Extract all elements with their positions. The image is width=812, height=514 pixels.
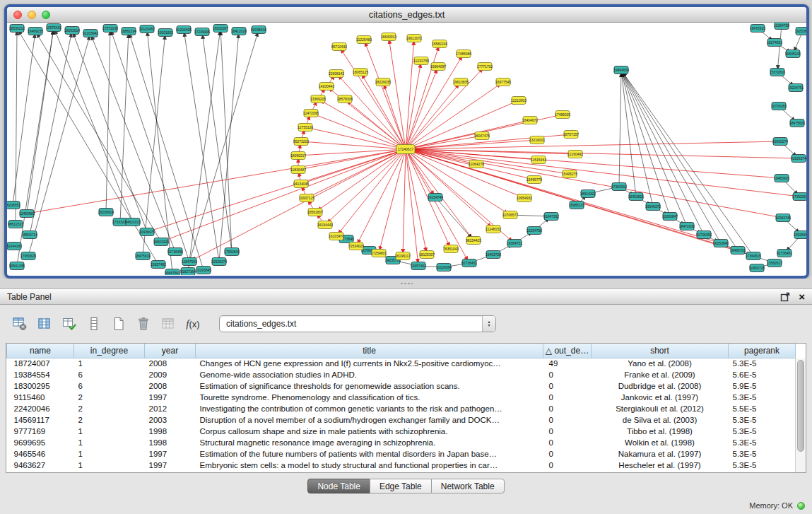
graph-node[interactable]: 19384751	[507, 240, 522, 247]
cell-out_degree[interactable]: 0	[543, 437, 592, 448]
cell-title[interactable]: Structural magnetic resonance image aver…	[196, 437, 543, 448]
cell-year[interactable]: 1997	[145, 392, 196, 403]
graph-node[interactable]: 12472095	[303, 110, 319, 117]
graph-node[interactable]: 26206914	[98, 209, 114, 216]
graph-node[interactable]: 18125307	[419, 251, 435, 259]
show-hide-columns-icon[interactable]	[36, 315, 53, 332]
cell-out_degree[interactable]: 49	[543, 358, 592, 369]
graph-node[interactable]: 10938475	[139, 228, 155, 236]
cell-pagerank[interactable]: 5.5E-5	[729, 403, 796, 414]
float-panel-icon[interactable]	[780, 292, 790, 302]
graph-node[interactable]: 91847362	[543, 213, 559, 221]
graph-node[interactable]: 17771702	[477, 63, 493, 71]
graph-node[interactable]: 16103470	[329, 233, 344, 240]
graph-node[interactable]: 15930274	[772, 138, 788, 146]
graph-node[interactable]: 22608143	[329, 70, 344, 78]
graph-node[interactable]: 16404672	[522, 117, 538, 124]
graph-node[interactable]: 10129384	[436, 264, 452, 271]
graph-node[interactable]: 90541335	[9, 262, 25, 270]
graph-node[interactable]: 18578308	[337, 95, 353, 103]
tab-network-table[interactable]: Network Table	[431, 479, 505, 493]
graph-node[interactable]: 17382910	[611, 183, 627, 191]
table-row[interactable]: 2242004622012Investigating the contribut…	[7, 403, 796, 414]
graph-node[interactable]: 91726354	[696, 231, 712, 239]
graph-node[interactable]: 15657482	[151, 261, 166, 269]
column-header-out-degree[interactable]: △ out_de…	[543, 344, 592, 358]
graph-edge[interactable]	[143, 33, 165, 256]
graph-edge[interactable]	[219, 31, 239, 262]
graph-node[interactable]: 16002387	[213, 25, 228, 33]
graph-edge[interactable]	[406, 38, 414, 149]
graph-node[interactable]: 85710432	[331, 43, 347, 51]
cell-title[interactable]: Estimation of significance thresholds fo…	[196, 380, 543, 392]
graph-node[interactable]: 19204751	[788, 84, 804, 92]
graph-edge[interactable]	[311, 113, 406, 149]
window-titlebar[interactable]: citations_edges.txt	[7, 7, 806, 23]
cell-name[interactable]: 22420046	[7, 403, 74, 414]
graph-edge[interactable]	[619, 70, 621, 187]
cell-in_degree[interactable]: 1	[74, 437, 145, 448]
import-table-icon[interactable]	[160, 315, 177, 332]
graph-node[interactable]: 10954932	[517, 194, 532, 202]
graph-node[interactable]: 19154744	[428, 194, 443, 201]
graph-node[interactable]: 18475620	[789, 119, 805, 127]
graph-edge[interactable]	[27, 28, 54, 214]
cell-out_degree[interactable]: 0	[543, 414, 592, 426]
cell-out_degree[interactable]: 0	[543, 460, 592, 471]
cell-short[interactable]: Stergiakouli et al. (2012)	[592, 403, 729, 414]
minimize-window-button[interactable]	[28, 11, 36, 19]
edit-table-icon[interactable]	[61, 315, 78, 332]
memory-indicator[interactable]	[797, 502, 805, 510]
graph-node[interactable]: 98154425	[466, 237, 481, 245]
graph-node[interactable]: 91203942	[83, 30, 98, 37]
column-settings-icon[interactable]	[11, 315, 28, 332]
graph-node[interactable]: 10293845	[196, 267, 211, 274]
column-header-in-degree[interactable]: in_degree	[74, 344, 145, 358]
graph-node[interactable]: 19201833	[158, 29, 173, 37]
graph-node[interactable]: 19613072	[406, 35, 422, 42]
cell-in_degree[interactable]: 1	[74, 448, 145, 460]
graph-node[interactable]: 82736451	[461, 259, 477, 267]
graph-edge[interactable]	[621, 70, 704, 235]
graph-edge[interactable]	[307, 149, 406, 198]
graph-node[interactable]: 94134045	[293, 180, 309, 188]
graph-edge[interactable]	[120, 31, 129, 222]
vertical-scrollbar[interactable]	[795, 358, 806, 472]
graph-node[interactable]: 18561807	[307, 209, 323, 216]
table-row[interactable]: 1456911722003Disruption of a novel membe…	[7, 414, 796, 426]
cell-in_degree[interactable]: 1	[74, 426, 145, 437]
graph-edge[interactable]	[301, 141, 406, 149]
cell-pagerank[interactable]: 5.3E-5	[729, 437, 796, 448]
graph-edge[interactable]	[147, 149, 406, 232]
graph-node[interactable]: 17240617	[396, 145, 415, 154]
graph-edge[interactable]	[336, 74, 406, 149]
table-row[interactable]: 911546021997Tourette syndrome. Phenomeno…	[7, 392, 796, 403]
graph-node[interactable]: 18226035	[375, 78, 391, 86]
graph-node[interactable]: 13582617	[767, 259, 782, 267]
cell-in_degree[interactable]: 2	[74, 392, 145, 403]
graph-node[interactable]: 94622013	[125, 218, 141, 226]
graph-node[interactable]: 15463728	[486, 251, 501, 259]
graph-node[interactable]: 15372816	[770, 69, 785, 76]
graph-edge[interactable]	[27, 149, 406, 214]
cell-out_degree[interactable]: 0	[543, 403, 592, 414]
cell-out_degree[interactable]: 0	[543, 392, 592, 403]
graph-edge[interactable]	[345, 99, 406, 149]
column-header-pagerank[interactable]: pagerank	[729, 344, 796, 358]
tab-node-table[interactable]: Node Table	[307, 479, 370, 493]
cell-name[interactable]: 9465546	[7, 448, 74, 460]
graph-node[interactable]: 10706577	[502, 211, 518, 219]
graph-node[interactable]: 19546372	[645, 203, 661, 211]
cell-pagerank[interactable]: 5.9E-5	[729, 380, 796, 392]
graph-node[interactable]: 10294756	[526, 227, 542, 235]
graph-node[interactable]: 15495775	[526, 176, 542, 184]
graph-node[interactable]: 12213903	[511, 97, 526, 105]
graph-edge[interactable]	[406, 66, 485, 149]
delete-table-icon[interactable]	[135, 315, 152, 332]
graph-edge[interactable]	[406, 149, 783, 218]
cell-title[interactable]: Genome-wide association studies in ADHD.	[196, 369, 543, 380]
graph-edge[interactable]	[202, 32, 232, 252]
graph-node[interactable]: 12160491	[567, 151, 583, 158]
graph-node[interactable]: 81203495	[176, 26, 192, 34]
graph-node[interactable]: 10928374	[211, 258, 227, 266]
